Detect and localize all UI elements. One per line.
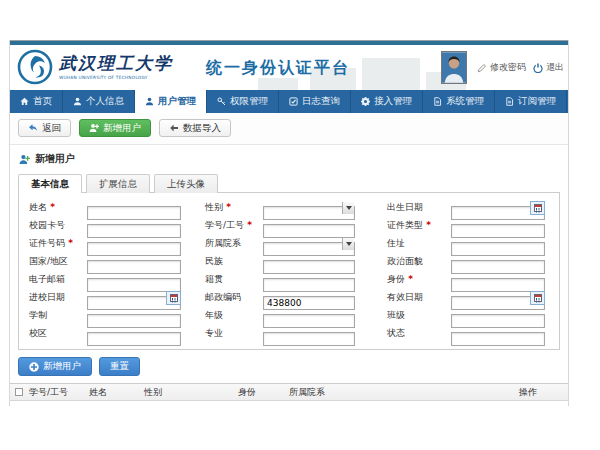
nav-tab-profile[interactable]: 个人信息 <box>63 90 135 113</box>
calendar-glyph <box>534 294 542 302</box>
form-field-grade: 年级 <box>205 309 355 323</box>
input-wrap-birth-date <box>451 201 545 215</box>
calendar-icon[interactable] <box>166 291 181 305</box>
form-field-ethnicity: 民族 <box>205 255 355 269</box>
change-password-link[interactable]: 修改密码 <box>477 61 526 74</box>
nav-tab-home[interactable]: 首页 <box>10 90 63 113</box>
user-icon <box>73 97 82 106</box>
import-arrow-icon <box>169 123 179 133</box>
doc-icon <box>505 97 514 106</box>
form-row: 校区专业状态 <box>19 325 559 342</box>
section-title: 新增用户 <box>35 152 75 166</box>
form-row: 电子邮箱籍贯身份 * <box>19 271 559 288</box>
label-id-number: 证件号码 * <box>29 237 87 250</box>
nav-tab-label: 个人信息 <box>86 95 124 108</box>
input-name[interactable] <box>87 206 181 220</box>
form-field-department: 所属院系 <box>205 237 355 251</box>
nav-tab-permissions[interactable]: 权限管理 <box>207 90 279 113</box>
input-postal-code[interactable] <box>263 296 355 310</box>
chevron-down-icon[interactable] <box>342 238 354 250</box>
form-field-identity: 身份 * <box>387 273 545 287</box>
required-marker: * <box>423 220 431 230</box>
form-field-entry-date: 进校日期 <box>29 291 181 305</box>
logout-label: 退出 <box>546 61 564 74</box>
add-user-submit-button[interactable]: 新增用户 <box>18 357 92 376</box>
app-window: 武汉理工大学 WUHAN UNIVERSITY OF TECHNOLOGY 统一… <box>9 40 569 406</box>
input-birthplace[interactable] <box>263 278 355 292</box>
input-wrap-campus-card-no <box>87 219 181 233</box>
form-field-id-type: 证件类型 * <box>387 219 545 233</box>
chevron-down-icon[interactable] <box>342 202 354 214</box>
platform-title: 统一身份认证平台 <box>206 58 350 79</box>
form-field-campus: 校区 <box>29 327 181 341</box>
nav-tab-logs[interactable]: 日志查询 <box>279 90 351 113</box>
logout-link[interactable]: 退出 <box>533 61 564 74</box>
table-column-header: 姓名 <box>87 386 142 399</box>
nav-tab-subscription[interactable]: 订阅管理 <box>495 90 567 113</box>
nav-tab-users[interactable]: 用户管理 <box>135 90 207 113</box>
new-user-toolbar-button[interactable]: 新增用户 <box>79 119 151 137</box>
input-wrap-political-status <box>451 255 545 269</box>
home-icon <box>20 97 29 106</box>
nav-tab-label: 首页 <box>33 95 52 108</box>
section-heading: 新增用户 <box>10 145 568 170</box>
tab-extended-info[interactable]: 扩展信息 <box>86 174 150 193</box>
input-wrap-birthplace <box>263 273 355 287</box>
label-grade: 年级 <box>205 309 263 322</box>
university-logo-icon <box>17 49 53 85</box>
input-wrap-postal-code <box>263 291 355 305</box>
input-major[interactable] <box>263 332 355 346</box>
select-all-checkbox[interactable] <box>15 388 23 396</box>
input-address[interactable] <box>451 242 545 256</box>
back-button[interactable]: 返回 <box>18 119 71 137</box>
input-student-id[interactable] <box>263 224 355 238</box>
form-field-campus-card-no: 校园卡号 <box>29 219 181 233</box>
label-political-status: 政治面貌 <box>387 255 451 268</box>
table-empty-row <box>10 401 568 410</box>
form-field-birthplace: 籍贯 <box>205 273 355 287</box>
input-wrap-email <box>87 273 181 287</box>
label-postal-code: 邮政编码 <box>205 291 263 304</box>
calendar-icon[interactable] <box>530 291 545 305</box>
calendar-icon[interactable] <box>530 201 545 215</box>
input-wrap-campus <box>87 327 181 341</box>
label-entry-date: 进校日期 <box>29 291 87 304</box>
key-icon <box>217 97 226 106</box>
input-country-region[interactable] <box>87 260 181 274</box>
label-department: 所属院系 <box>205 237 263 250</box>
form-field-status: 状态 <box>387 327 545 341</box>
required-marker: * <box>244 220 252 230</box>
input-wrap-name <box>87 201 181 215</box>
tab-basic-info[interactable]: 基本信息 <box>18 174 82 193</box>
input-identity[interactable] <box>451 278 545 292</box>
tab-upload-avatar[interactable]: 上传头像 <box>154 174 218 193</box>
label-country-region: 国家/地区 <box>29 255 87 268</box>
input-id-type[interactable] <box>451 224 545 238</box>
input-id-number[interactable] <box>87 242 181 256</box>
input-email[interactable] <box>87 278 181 292</box>
nav-tab-system[interactable]: 系统管理 <box>423 90 495 113</box>
input-political-status[interactable] <box>451 260 545 274</box>
user-avatar[interactable] <box>441 51 467 84</box>
toolbar: 返回 新增用户 数据导入 <box>10 113 568 145</box>
gear-icon <box>361 97 370 106</box>
label-email: 电子邮箱 <box>29 273 87 286</box>
table-column-header: 操作 <box>517 386 568 399</box>
label-school-system: 学制 <box>29 309 87 322</box>
input-class[interactable] <box>451 314 545 328</box>
header-watermark <box>258 78 298 90</box>
input-wrap-address <box>451 237 545 251</box>
input-campus-card-no[interactable] <box>87 224 181 238</box>
input-grade[interactable] <box>263 314 355 328</box>
input-campus[interactable] <box>87 332 181 346</box>
data-import-button[interactable]: 数据导入 <box>159 119 231 137</box>
input-ethnicity[interactable] <box>263 260 355 274</box>
reset-button[interactable]: 重置 <box>99 357 140 376</box>
header: 武汉理工大学 WUHAN UNIVERSITY OF TECHNOLOGY 统一… <box>10 45 568 90</box>
label-valid-date: 有效日期 <box>387 291 451 304</box>
input-school-system[interactable] <box>87 314 181 328</box>
input-status[interactable] <box>451 332 545 346</box>
table-column-header: 学号/工号 <box>27 386 87 399</box>
nav-tab-access[interactable]: 接入管理 <box>351 90 423 113</box>
label-status: 状态 <box>387 327 451 340</box>
